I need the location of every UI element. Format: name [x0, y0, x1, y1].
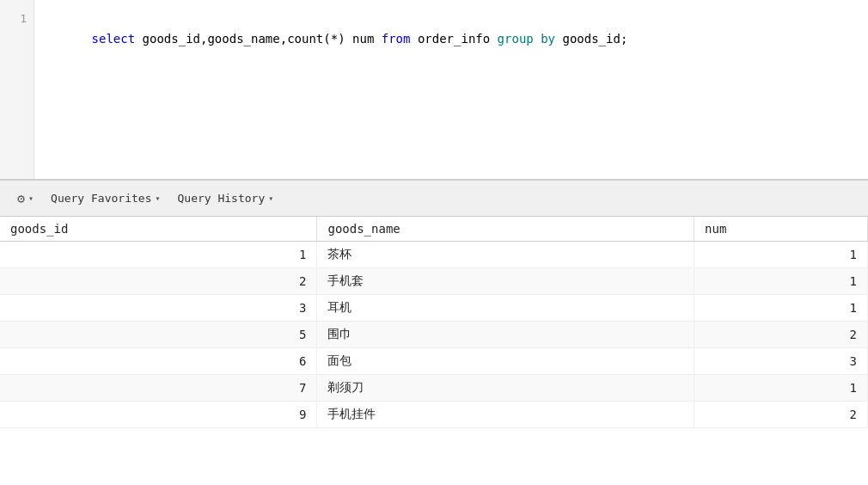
- keyword-from: from: [382, 32, 411, 46]
- table-row: 6面包3: [0, 348, 868, 375]
- code-groupby-field: goods_id;: [555, 32, 627, 46]
- cell-num: 1: [694, 268, 868, 295]
- line-number-1: 1: [7, 10, 27, 28]
- cell-num: 2: [694, 402, 868, 428]
- toolbar: ⚙ ▾ Query Favorites ▾ Query History ▾: [0, 181, 868, 217]
- cell-num: 1: [694, 295, 868, 322]
- cell-goods-id: 7: [0, 375, 317, 402]
- col-header-goods-name: goods_name: [317, 217, 694, 242]
- gear-chevron-icon: ▾: [28, 193, 34, 203]
- line-numbers: 1: [0, 0, 34, 179]
- history-chevron-icon: ▾: [268, 193, 273, 203]
- cell-goods-id: 5: [0, 322, 317, 348]
- cell-goods-id: 3: [0, 295, 317, 322]
- query-favorites-button[interactable]: Query Favorites ▾: [44, 188, 167, 208]
- keyword-group-by: group by: [498, 32, 555, 46]
- cell-goods-name: 茶杯: [317, 242, 694, 268]
- cell-goods-id: 1: [0, 242, 317, 268]
- cell-num: 1: [694, 375, 868, 402]
- cell-goods-name: 围巾: [317, 322, 694, 348]
- table-row: 2手机套1: [0, 268, 868, 295]
- cell-goods-name: 剃须刀: [317, 375, 694, 402]
- code-area[interactable]: select goods_id,goods_name,count(*) num …: [34, 0, 868, 179]
- query-favorites-label: Query Favorites: [51, 192, 151, 205]
- sql-editor: 1 select goods_id,goods_name,count(*) nu…: [0, 0, 868, 181]
- query-history-label: Query History: [178, 192, 266, 205]
- cell-goods-name: 手机套: [317, 268, 694, 295]
- table-row: 5围巾2: [0, 322, 868, 348]
- table-row: 9手机挂件2: [0, 402, 868, 428]
- code-fields: goods_id,goods_name,count(*) num: [135, 32, 382, 46]
- cell-goods-id: 6: [0, 348, 317, 375]
- col-header-goods-id: goods_id: [0, 217, 317, 242]
- col-header-num: num: [694, 217, 868, 242]
- table-row: 1茶杯1: [0, 242, 868, 268]
- cell-goods-name: 手机挂件: [317, 402, 694, 428]
- keyword-select: select: [92, 32, 136, 46]
- cell-goods-name: 耳机: [317, 295, 694, 322]
- cell-goods-id: 2: [0, 268, 317, 295]
- favorites-chevron-icon: ▾: [155, 193, 160, 203]
- cell-goods-name: 面包: [317, 348, 694, 375]
- results-table: goods_id goods_name num 1茶杯12手机套13耳机15围巾…: [0, 217, 868, 428]
- cell-num: 2: [694, 322, 868, 348]
- query-history-button[interactable]: Query History ▾: [171, 188, 281, 208]
- gear-button[interactable]: ⚙ ▾: [10, 187, 40, 210]
- results-container: goods_id goods_name num 1茶杯12手机套13耳机15围巾…: [0, 217, 868, 485]
- table-row: 7剃须刀1: [0, 375, 868, 402]
- cell-goods-id: 9: [0, 402, 317, 428]
- table-header-row: goods_id goods_name num: [0, 217, 868, 242]
- code-line-1: select goods_id,goods_name,count(*) num …: [48, 10, 854, 68]
- cell-num: 1: [694, 242, 868, 268]
- code-table: order_info: [410, 32, 497, 46]
- cell-num: 3: [694, 348, 868, 375]
- gear-icon: ⚙: [17, 191, 25, 206]
- table-row: 3耳机1: [0, 295, 868, 322]
